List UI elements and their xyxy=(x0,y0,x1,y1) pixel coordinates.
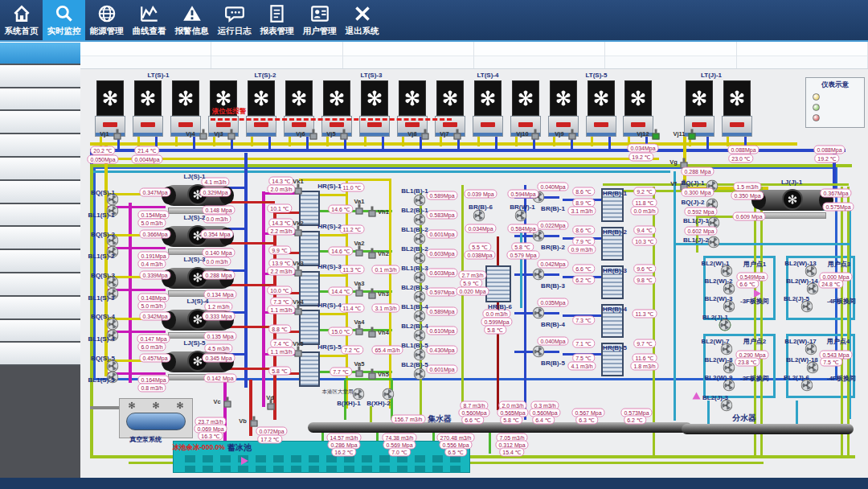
sidebar-item-13[interactable] xyxy=(0,343,80,366)
pump-icon[interactable] xyxy=(807,283,819,295)
toolbar-item-curve[interactable]: 曲线查看 xyxy=(128,0,170,40)
valve-icon[interactable] xyxy=(295,266,302,277)
pump-icon[interactable] xyxy=(533,346,545,358)
pump-icon[interactable] xyxy=(533,269,545,281)
valve-icon[interactable] xyxy=(369,327,376,338)
cooling-tower[interactable] xyxy=(474,80,502,137)
pump-icon[interactable] xyxy=(383,388,395,401)
valve-icon[interactable] xyxy=(369,207,376,217)
pump-icon[interactable] xyxy=(721,343,733,355)
pump-icon[interactable] xyxy=(721,400,733,412)
heat-exchanger[interactable] xyxy=(299,351,320,387)
sidebar-item-0[interactable] xyxy=(0,42,80,65)
pump-icon[interactable] xyxy=(473,210,485,222)
pump-icon[interactable] xyxy=(807,362,819,374)
cooling-tower[interactable] xyxy=(248,80,275,137)
pump-icon[interactable] xyxy=(719,319,731,331)
toolbar-item-user[interactable]: 用户管理 xyxy=(298,0,341,40)
valve-icon[interactable] xyxy=(341,129,348,140)
valve-icon[interactable] xyxy=(295,226,302,236)
pump-icon[interactable] xyxy=(414,195,426,207)
valve-icon[interactable] xyxy=(569,129,576,140)
cooling-tower[interactable] xyxy=(550,80,577,137)
valve-icon[interactable] xyxy=(356,325,363,335)
valve-icon[interactable] xyxy=(295,347,302,357)
toolbar-item-globe[interactable]: 能源管理 xyxy=(85,0,128,40)
valve-icon[interactable] xyxy=(356,246,363,257)
valve-icon[interactable] xyxy=(369,369,376,380)
pump-icon[interactable] xyxy=(107,360,119,372)
valve-icon[interactable] xyxy=(200,129,207,140)
cooling-tower[interactable] xyxy=(361,80,388,137)
valve-icon[interactable] xyxy=(689,129,696,140)
pump-icon[interactable] xyxy=(721,265,733,277)
sidebar-item-12[interactable] xyxy=(0,320,80,343)
cooling-tower[interactable] xyxy=(723,80,751,137)
valve-icon[interactable] xyxy=(369,249,376,259)
sidebar-item-9[interactable] xyxy=(0,250,80,273)
pump-icon[interactable] xyxy=(414,349,426,361)
pump-icon[interactable] xyxy=(414,368,426,380)
heat-exchanger[interactable] xyxy=(485,265,511,302)
toolbar-item-alarm[interactable]: 报警信息 xyxy=(170,0,213,40)
valve-icon[interactable] xyxy=(532,129,539,140)
pump-icon[interactable] xyxy=(353,388,365,401)
valve-icon[interactable] xyxy=(422,129,429,140)
pump-icon[interactable] xyxy=(805,265,817,277)
cooling-tower[interactable] xyxy=(399,80,426,137)
sidebar-item-11[interactable] xyxy=(0,297,80,320)
cooling-tower[interactable] xyxy=(512,80,539,137)
sidebar-item-10[interactable] xyxy=(0,273,80,297)
valve-icon[interactable] xyxy=(228,129,235,140)
pump-icon[interactable] xyxy=(805,343,817,355)
pump-icon[interactable] xyxy=(414,291,426,303)
pump-icon[interactable] xyxy=(414,214,426,226)
valve-icon[interactable] xyxy=(224,397,231,408)
sidebar-item-2[interactable] xyxy=(0,88,80,112)
sidebar-item-3[interactable] xyxy=(0,111,80,134)
sidebar-item-6[interactable] xyxy=(0,181,80,204)
valve-icon[interactable] xyxy=(369,289,376,299)
toolbar-item-home[interactable]: 系统首页 xyxy=(0,0,43,40)
pump-icon[interactable] xyxy=(414,310,426,323)
pump-icon[interactable] xyxy=(414,330,426,342)
cooling-tower[interactable] xyxy=(134,80,162,137)
cooling-tower[interactable] xyxy=(96,80,124,137)
toolbar-item-exit[interactable]: 退出系统 xyxy=(341,0,383,40)
pump-icon[interactable] xyxy=(723,301,735,313)
cooling-tower[interactable] xyxy=(285,80,313,137)
pump-icon[interactable] xyxy=(801,380,813,392)
pump-icon[interactable] xyxy=(414,253,426,265)
cooling-tower[interactable] xyxy=(588,80,615,137)
pump-icon[interactable] xyxy=(723,380,735,392)
valve-icon[interactable] xyxy=(356,204,363,215)
pump-icon[interactable] xyxy=(533,307,545,319)
sidebar-item-7[interactable] xyxy=(0,204,80,228)
toolbar-item-monitor[interactable]: 实时监控 xyxy=(43,0,85,40)
sidebar-item-1[interactable] xyxy=(0,65,80,88)
cooling-tower[interactable] xyxy=(624,80,652,137)
cooling-tower[interactable] xyxy=(436,80,464,137)
valve-icon[interactable] xyxy=(295,305,302,315)
valve-icon[interactable] xyxy=(454,129,461,140)
pump-icon[interactable] xyxy=(515,210,527,222)
cooling-tower[interactable] xyxy=(323,80,350,137)
valve-icon[interactable] xyxy=(310,129,317,140)
toolbar-item-log[interactable]: 运行日志 xyxy=(213,0,256,40)
pump-icon[interactable] xyxy=(723,362,735,374)
pump-icon[interactable] xyxy=(107,318,119,331)
toolbar-item-report[interactable]: 报表管理 xyxy=(256,0,298,40)
cooling-tower[interactable] xyxy=(686,80,713,137)
pump-icon[interactable] xyxy=(801,301,813,313)
valve-icon[interactable] xyxy=(356,367,363,377)
sidebar-item-5[interactable] xyxy=(0,158,80,181)
vacuum-pump-system[interactable] xyxy=(119,398,193,438)
pump-icon[interactable] xyxy=(723,283,735,295)
valve-icon[interactable] xyxy=(653,129,660,140)
pump-icon[interactable] xyxy=(414,272,426,284)
valve-icon[interactable] xyxy=(295,184,302,195)
pump-icon[interactable] xyxy=(708,236,720,249)
valve-icon[interactable] xyxy=(114,129,121,140)
sidebar-item-4[interactable] xyxy=(0,134,80,158)
sidebar-item-8[interactable] xyxy=(0,227,80,250)
